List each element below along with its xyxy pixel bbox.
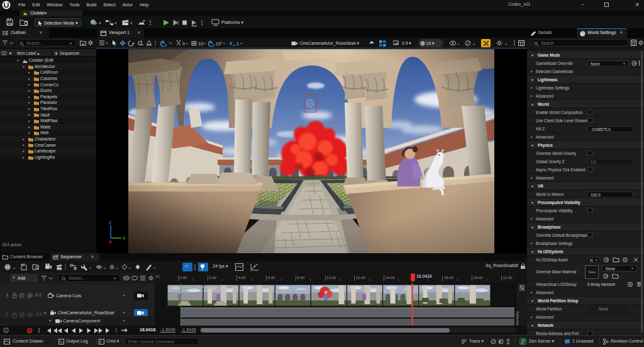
svg-text:▾: ▾ (114, 21, 117, 25)
svg-text:X: X (109, 240, 112, 244)
svg-text:0: 0 (182, 42, 185, 46)
svg-text:Z: Z (109, 220, 112, 225)
svg-text:1: 1 (236, 42, 239, 46)
svg-text:▾: ▾ (99, 21, 101, 25)
svg-text:▾: ▾ (130, 21, 133, 25)
svg-text:10: 10 (198, 42, 203, 46)
svg-text:Y: Y (123, 236, 125, 241)
svg-text:10°: 10° (216, 42, 223, 46)
